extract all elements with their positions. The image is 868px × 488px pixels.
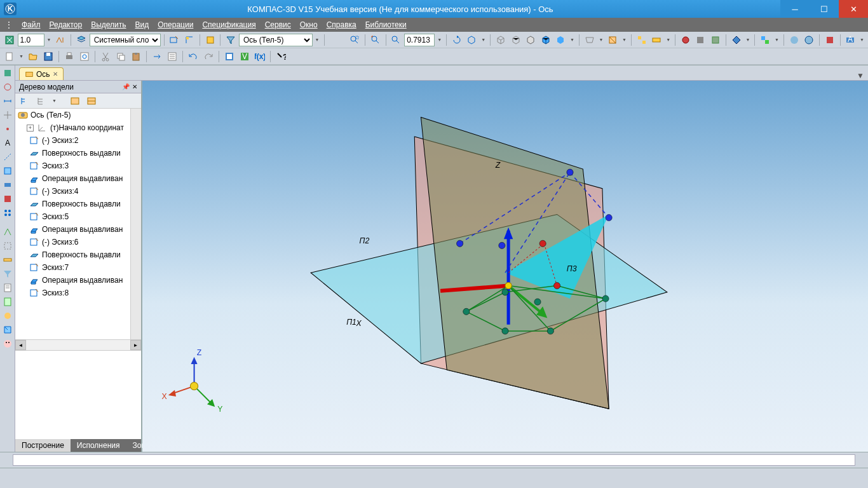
no-hidden-button[interactable] xyxy=(524,33,538,47)
new-button[interactable] xyxy=(3,50,17,64)
refresh2-button[interactable] xyxy=(709,33,722,47)
tree-item[interactable]: Эскиз:7 xyxy=(15,261,130,274)
tree-item[interactable]: (-) Эскиз:2 xyxy=(15,134,130,147)
tree-item[interactable]: Эскиз:3 xyxy=(15,159,130,172)
orient-button[interactable] xyxy=(465,33,479,47)
tree-item[interactable]: Операция выдавливан xyxy=(15,274,130,287)
viewport[interactable]: Z X П1 П2 П3 xyxy=(142,81,868,452)
zoom-input[interactable] xyxy=(404,34,435,46)
step-button[interactable] xyxy=(54,33,68,47)
scale-dropdown[interactable]: ▼ xyxy=(46,37,53,42)
sketch-button[interactable] xyxy=(168,33,182,47)
tree-item[interactable]: (-) Эскиз:6 xyxy=(15,236,130,248)
tree-item[interactable]: Поверхность выдавли xyxy=(15,198,130,210)
menu-help[interactable]: Справка xyxy=(327,20,356,29)
tree-item[interactable]: Эскиз:5 xyxy=(15,210,130,223)
lt-elem[interactable] xyxy=(1,309,14,322)
lt-measure[interactable] xyxy=(1,254,14,266)
zoom-fit-button[interactable] xyxy=(369,33,383,47)
print-button[interactable] xyxy=(62,50,76,64)
lt-geom[interactable] xyxy=(1,81,14,93)
lt-filter[interactable] xyxy=(1,268,14,280)
menu-libraries[interactable]: Библиотеки xyxy=(365,20,407,29)
tree-close-icon[interactable]: ✕ xyxy=(132,83,137,90)
tree-display-button[interactable] xyxy=(18,94,32,108)
filter-button[interactable] xyxy=(224,33,238,47)
zoom-scale-button[interactable] xyxy=(390,33,403,47)
lt-line[interactable] xyxy=(1,165,14,177)
lt-edit[interactable] xyxy=(1,67,14,79)
menu-view[interactable]: Вид xyxy=(135,20,149,29)
lt-constr[interactable] xyxy=(1,109,14,121)
lt-snap[interactable] xyxy=(1,123,14,135)
menu-spec[interactable]: Спецификация xyxy=(202,20,255,29)
scroll-right-icon[interactable]: ► xyxy=(130,340,141,350)
menu-service[interactable]: Сервис xyxy=(265,20,291,29)
tree-item[interactable]: (-) Эскиз:4 xyxy=(15,185,130,198)
hidden-lines-button[interactable] xyxy=(509,33,523,47)
expand-icon[interactable]: + xyxy=(27,125,34,132)
help-button[interactable]: ? xyxy=(274,50,288,64)
manager-button[interactable] xyxy=(222,50,236,64)
shaded-edges-button[interactable] xyxy=(554,33,568,47)
tree-pin-icon[interactable]: 📌 xyxy=(122,83,130,90)
lt-spec[interactable] xyxy=(1,281,14,294)
tree-hscroll[interactable]: ◄ ► xyxy=(15,339,141,350)
wireframe-button[interactable] xyxy=(494,33,508,47)
tool1-button[interactable] xyxy=(823,33,837,47)
lt-aux[interactable] xyxy=(1,240,14,252)
tree-expand-button[interactable] xyxy=(34,94,48,108)
vars-button[interactable]: V xyxy=(238,50,252,64)
zoom-dropdown[interactable]: ▼ xyxy=(436,37,443,42)
menu-select[interactable]: Выделить xyxy=(91,20,126,29)
layer-select[interactable]: Системный слой (0) xyxy=(90,34,161,46)
lt-sheet[interactable] xyxy=(1,323,14,336)
menubar-handle[interactable]: ⋮ xyxy=(5,20,13,29)
lt-surf[interactable] xyxy=(1,179,14,191)
minimize-button[interactable]: ─ xyxy=(780,0,810,18)
display-mode-button[interactable] xyxy=(729,33,743,47)
tree-item[interactable]: Операция выдавливан xyxy=(15,172,130,185)
object-dropdown[interactable]: ▼ xyxy=(314,37,321,42)
tree-item[interactable]: Эскиз:8 xyxy=(15,287,130,299)
rebuild-button[interactable] xyxy=(203,33,217,47)
tree-mode1-button[interactable] xyxy=(68,94,82,108)
undo-button[interactable] xyxy=(186,50,200,64)
document-tab[interactable]: Ось ✕ xyxy=(19,67,64,80)
scroll-left-icon[interactable]: ◄ xyxy=(15,340,26,350)
tabs-dropdown[interactable]: ▼ xyxy=(853,71,868,80)
cut-button[interactable] xyxy=(98,50,112,64)
menu-file[interactable]: Файл xyxy=(22,20,41,29)
tree-root[interactable]: Ось (Тел-5) xyxy=(15,109,130,121)
perspective-button[interactable] xyxy=(583,33,597,47)
shaded-button[interactable] xyxy=(539,33,553,47)
render-button[interactable] xyxy=(787,33,801,47)
rotate-button[interactable] xyxy=(450,33,464,47)
lt-face[interactable] xyxy=(1,337,14,350)
fx-button[interactable]: f(x) xyxy=(253,50,267,64)
tree-scrollbar[interactable] xyxy=(130,109,141,339)
tab-close-icon[interactable]: ✕ xyxy=(53,71,58,78)
tree-item[interactable]: + (т)Начало координат xyxy=(15,121,130,134)
refresh-button[interactable] xyxy=(694,33,708,47)
scale-input[interactable] xyxy=(18,34,44,46)
lt-dim[interactable] xyxy=(1,95,14,107)
layers-button[interactable] xyxy=(74,33,88,47)
lt-axis[interactable] xyxy=(1,151,14,163)
tree-mode2-button[interactable] xyxy=(85,94,98,108)
ortho-button[interactable] xyxy=(182,33,196,47)
open-button[interactable] xyxy=(26,50,40,64)
lt-denote[interactable]: A xyxy=(1,137,14,149)
copy-button[interactable] xyxy=(114,50,128,64)
menu-window[interactable]: Окно xyxy=(300,20,318,29)
zoom-window-button[interactable] xyxy=(348,33,362,47)
section-button[interactable] xyxy=(606,33,620,47)
maximize-button[interactable]: ☐ xyxy=(810,0,839,18)
tree-item[interactable]: Поверхность выдавли xyxy=(15,248,130,261)
save-button[interactable] xyxy=(41,50,55,64)
paste-button[interactable] xyxy=(129,50,143,64)
tab-build[interactable]: Построение xyxy=(15,439,71,452)
current-state-button[interactable] xyxy=(3,33,17,47)
copy-props-button[interactable] xyxy=(150,50,164,64)
tab-exec[interactable]: Исполнения xyxy=(71,439,126,452)
